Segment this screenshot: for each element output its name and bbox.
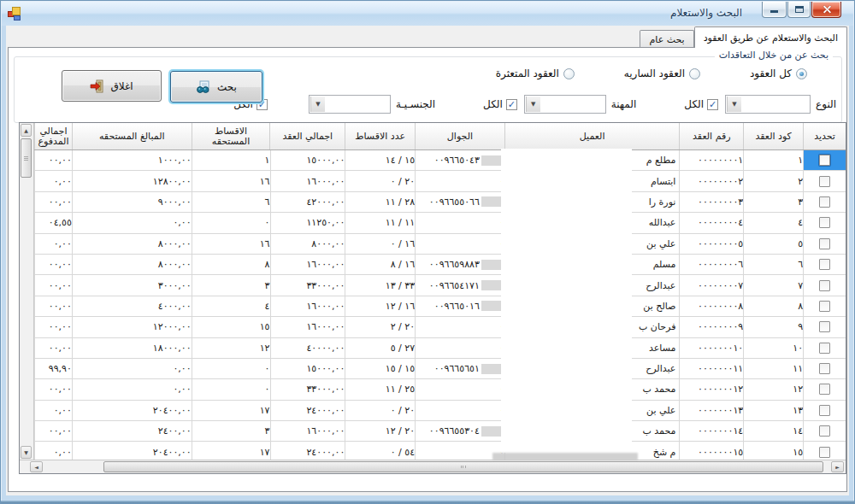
close-button[interactable]	[811, 2, 841, 18]
cell-mobile[interactable]: ٠٠٩٦٦٥٦٥١	[415, 359, 504, 379]
cell-total_paid[interactable]: ٠٠,٠٠	[34, 255, 72, 275]
radio-defaulted-contracts[interactable]: العقود المتعثرة	[496, 67, 575, 79]
cell-code[interactable]: ١٤	[743, 421, 803, 442]
close-form-button[interactable]: اغلاق	[62, 70, 162, 102]
scroll-up-icon[interactable]: ▲	[21, 124, 32, 137]
cell-due_amounts[interactable]: ١٨٠٠٠,٠٠	[72, 338, 192, 359]
cell-installments[interactable]: ٣٣ / ١٣	[345, 275, 415, 296]
chevron-down-icon[interactable]: ▼	[526, 97, 540, 112]
cell-select[interactable]	[803, 442, 846, 460]
cell-due_amounts[interactable]: ٠,٠٠	[72, 213, 192, 233]
cell-total[interactable]: ١٦٠٠٠,٠٠	[270, 171, 345, 191]
cell-due_installments[interactable]: ١٧	[192, 401, 270, 421]
cell-total[interactable]: ١٥٠٠٠,٠٠	[270, 150, 345, 171]
cell-select[interactable]	[803, 192, 846, 213]
cell-total_paid[interactable]: ٠,٠٠	[34, 401, 72, 421]
cell-select[interactable]	[803, 296, 846, 317]
cell-number[interactable]: ٠٠٠٠٠٠٠٠٨	[679, 296, 743, 317]
cell-total[interactable]: ١٥٠٠٠,٠٠	[270, 359, 345, 379]
cell-total[interactable]: ٣٣٠٠٠,٠٠	[270, 379, 345, 400]
cell-mobile[interactable]: ٠	[415, 379, 504, 400]
cell-installments[interactable]: ١٥ / ١٤	[345, 150, 415, 171]
horizontal-scrollbar-thumb[interactable]	[103, 461, 823, 472]
chevron-down-icon[interactable]: ▼	[310, 97, 325, 112]
cell-select[interactable]	[803, 379, 846, 400]
cell-total_paid[interactable]: ٠٠,٠٠	[34, 296, 72, 317]
cell-total_paid[interactable]: ٠٠,٠٠	[34, 275, 72, 296]
cell-total_paid[interactable]: ٠٤,٥٥	[34, 213, 72, 233]
cell-installments[interactable]: ٢٠ / ٠	[345, 171, 415, 191]
type-all-checkbox[interactable]: ✓ الكل	[684, 98, 718, 110]
cell-total_paid[interactable]: ٠,٠٠	[34, 171, 72, 191]
cell-due_amounts[interactable]: ١٠٠٠,٠٠	[72, 150, 192, 171]
table-row[interactable]: ٧٠٠٠٠٠٠٠٠٧عبدالرح٠٠٩٦٦٥٤١٧١٣٣ / ١٣٣٣٠٠٠,…	[34, 275, 846, 296]
cell-due_amounts[interactable]: ١٢٠٠٠,٠٠	[72, 317, 192, 337]
row-checkbox[interactable]	[819, 217, 830, 228]
cell-total[interactable]: ٣٣٠٠٠,٠٠	[270, 275, 345, 296]
table-row[interactable]: ١٠٠٠٠٠٠٠٠١مطلع م٠٠٩٦٦٥٠٤٣١٥ / ١٤١٥٠٠٠,٠٠…	[34, 150, 846, 171]
cell-total_paid[interactable]: ٠٠,٠٠	[34, 379, 72, 400]
cell-mobile[interactable]: ٠	[415, 171, 504, 191]
scroll-down-icon[interactable]: ▼	[21, 446, 32, 459]
row-checkbox[interactable]	[819, 363, 830, 374]
cell-mobile[interactable]: ٠	[415, 442, 504, 460]
cell-total[interactable]: ١٦٠٠٠,٠٠	[270, 255, 345, 275]
cell-number[interactable]: ٠٠٠٠٠٠٠١١	[679, 359, 743, 379]
cell-code[interactable]: ١	[743, 150, 803, 171]
cell-due_installments[interactable]: ٠	[192, 359, 270, 379]
row-checkbox[interactable]	[819, 301, 830, 312]
cell-number[interactable]: ٠٠٠٠٠٠٠١٣	[679, 401, 743, 421]
table-row[interactable]: ١٢٠٠٠٠٠٠٠١٢محمد ب٠٢٥ / ١١٣٣٠٠٠,٠٠٠٠,٠٠٠٠…	[34, 379, 846, 400]
cell-number[interactable]: ٠٠٠٠٠٠٠١٢	[679, 379, 743, 400]
cell-due_amounts[interactable]: ٠,٠٠	[72, 379, 192, 400]
cell-total[interactable]: ١٦٠٠٠,٠٠	[270, 296, 345, 317]
cell-select[interactable]	[803, 234, 846, 255]
cell-due_installments[interactable]: ١٧	[192, 442, 270, 460]
cell-code[interactable]: ٥	[743, 234, 803, 255]
cell-select[interactable]	[803, 255, 846, 275]
table-row[interactable]: ٢٠٠٠٠٠٠٠٠٢ابتسام٠٢٠ / ٠١٦٠٠٠,٠٠١٦١٢٨٠٠,٠…	[34, 171, 846, 191]
cell-select[interactable]	[803, 421, 846, 442]
cell-due_installments[interactable]: ٠	[192, 213, 270, 233]
cell-code[interactable]: ٤	[743, 213, 803, 233]
cell-due_installments[interactable]: ٣	[192, 275, 270, 296]
header-due_installments[interactable]: الاقساط المستحقه	[192, 123, 270, 149]
cell-total_paid[interactable]: ٠٠,٠٠	[34, 192, 72, 213]
cell-mobile[interactable]: ٠٠٩٦٦٥٠٤٣	[415, 150, 504, 171]
cell-mobile[interactable]: ٠	[415, 317, 504, 337]
cell-installments[interactable]: ٢٨ / ١١	[345, 192, 415, 213]
cell-code[interactable]: ١٠	[743, 338, 803, 359]
header-number[interactable]: رقم العقد	[679, 123, 743, 149]
cell-due_installments[interactable]: ٠	[192, 379, 270, 400]
cell-mobile[interactable]: ٠٠٩٦٦٥٤١٧١	[415, 275, 504, 296]
cell-installments[interactable]: ١٦ / ٠	[345, 234, 415, 255]
cell-installments[interactable]: ٢٠ / ١٢	[345, 421, 415, 442]
cell-installments[interactable]: ١٥ / ١٥	[345, 359, 415, 379]
table-row[interactable]: ١١٠٠٠٠٠٠٠١١عبدالرح٠٠٩٦٦٥٦٥١١٥ / ١٥١٥٠٠٠,…	[34, 359, 846, 379]
table-row[interactable]: ١٥٠٠٠٠٠٠٠١٥م شخ٠٥٤ / ٠٢٤٠٠٠,٠٠١٧٢٠٤٠٠,٠٠…	[34, 442, 846, 460]
cell-total[interactable]: ١١٢٥٠,٠٠	[270, 213, 345, 233]
table-row[interactable]: ٤٠٠٠٠٠٠٠٠٤عبدالله٠١١ / ١١١١٢٥٠,٠٠٠٠,٠٠٠٤…	[34, 213, 846, 233]
row-checkbox[interactable]	[819, 238, 830, 249]
cell-code[interactable]: ٩	[743, 317, 803, 337]
row-checkbox[interactable]	[819, 343, 830, 354]
minimize-button[interactable]	[762, 2, 787, 18]
cell-number[interactable]: ٠٠٠٠٠٠٠٠٢	[679, 171, 743, 191]
cell-due_amounts[interactable]: ٠,٠٠	[72, 359, 192, 379]
row-checkbox[interactable]	[819, 176, 830, 187]
cell-installments[interactable]: ١٦ / ١٢	[345, 296, 415, 317]
cell-due_amounts[interactable]: ٤٠٠٠,٠٠	[72, 296, 192, 317]
table-row[interactable]: ٥٠٠٠٠٠٠٠٠٥علي بن٠١٦ / ٠٨٠٠٠,٠٠١٦٨٠٠٠,٠٠٠…	[34, 234, 846, 255]
cell-due_amounts[interactable]: ٨٠٠٠,٠٠	[72, 234, 192, 255]
vertical-scrollbar-thumb[interactable]	[21, 138, 32, 178]
chevron-down-icon[interactable]: ▼	[727, 97, 741, 112]
cell-code[interactable]: ٨	[743, 296, 803, 317]
cell-due_amounts[interactable]: ٢٠٤٠٠,٠٠	[72, 442, 192, 460]
cell-select[interactable]	[803, 401, 846, 421]
maximize-button[interactable]	[787, 2, 811, 18]
cell-mobile[interactable]: ٠	[415, 401, 504, 421]
cell-due_amounts[interactable]: ٣٠٠٠,٠٠	[72, 275, 192, 296]
cell-due_installments[interactable]: ١٦	[192, 234, 270, 255]
cell-mobile[interactable]: ٠٠٩٦٦٥٠١٦	[415, 296, 504, 317]
header-code[interactable]: كود العقد	[743, 123, 803, 149]
